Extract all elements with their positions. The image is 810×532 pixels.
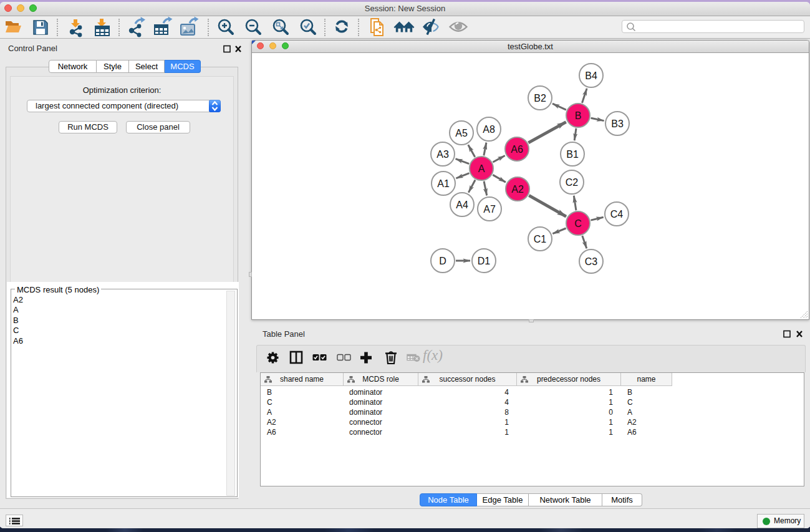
svg-text:C2: C2	[566, 177, 579, 188]
svg-text:D: D	[439, 256, 446, 266]
svg-text:B2: B2	[534, 93, 546, 104]
svg-text:A5: A5	[455, 128, 468, 138]
svg-text:C4: C4	[610, 209, 624, 220]
svg-text:A1: A1	[437, 178, 450, 189]
svg-text:C1: C1	[534, 234, 547, 244]
svg-text:A8: A8	[483, 124, 495, 135]
svg-text:C3: C3	[585, 256, 598, 267]
svg-text:A4: A4	[456, 200, 468, 210]
svg-text:C: C	[574, 218, 582, 229]
svg-text:A2: A2	[511, 184, 524, 195]
svg-text:D1: D1	[478, 256, 491, 266]
svg-text:A7: A7	[483, 204, 496, 215]
svg-text:A3: A3	[436, 149, 449, 160]
svg-text:B: B	[575, 110, 582, 121]
svg-text:B1: B1	[566, 149, 579, 160]
svg-text:A: A	[478, 163, 485, 174]
svg-text:A6: A6	[511, 144, 523, 155]
svg-text:B4: B4	[585, 70, 597, 81]
svg-text:B3: B3	[611, 118, 624, 129]
